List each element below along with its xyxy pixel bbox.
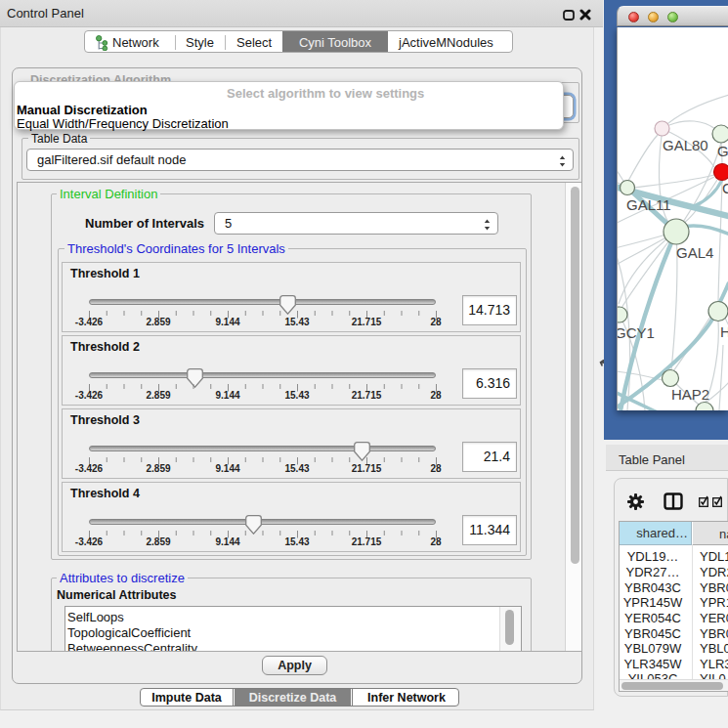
svg-text:GAL3: GAL3 (717, 143, 728, 159)
svg-text:HAP2: HAP2 (671, 386, 709, 403)
svg-text:CYC8: CYC8 (722, 180, 728, 196)
svg-text:HIS7: HIS7 (720, 323, 728, 340)
svg-text:GCY1: GCY1 (618, 324, 655, 341)
svg-text:GAL11: GAL11 (626, 196, 671, 213)
svg-text:GAL80: GAL80 (663, 137, 708, 153)
svg-text:GAL4: GAL4 (676, 244, 713, 261)
